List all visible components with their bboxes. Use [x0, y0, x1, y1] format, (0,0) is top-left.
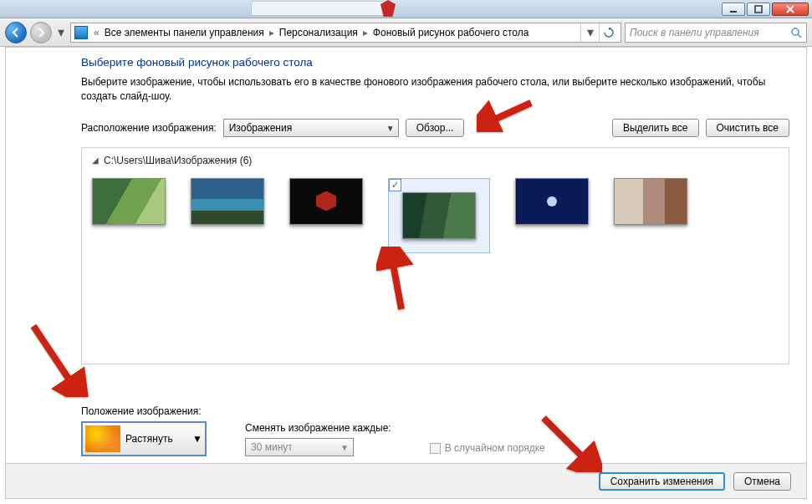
location-value: Изображения — [229, 122, 292, 134]
image-list-panel: ◢ C:\Users\Шива\Изображения (6) ✓ — [81, 147, 789, 364]
dialog-footer: Сохранить изменения Отмена — [6, 463, 806, 498]
address-dropdown-icon[interactable]: ▾ — [580, 23, 599, 42]
search-icon — [790, 27, 802, 38]
titlebar-preview — [251, 1, 385, 16]
thumb-checkbox-checked[interactable]: ✓ — [389, 179, 401, 191]
close-button[interactable] — [772, 3, 809, 16]
select-all-button[interactable]: Выделить все — [612, 119, 699, 137]
chevron-down-icon: ▼ — [192, 433, 202, 445]
location-combo[interactable]: Изображения ▼ — [223, 119, 399, 137]
wallpaper-thumb-4-selected[interactable]: ✓ — [402, 192, 476, 239]
history-dropdown-icon[interactable]: ▾ — [55, 22, 67, 43]
search-input[interactable]: Поиск в панели управления — [625, 23, 807, 43]
interval-value: 30 минут — [251, 441, 293, 453]
position-label: Положение изображения: — [81, 405, 207, 417]
back-button[interactable] — [5, 22, 27, 43]
shuffle-checkbox — [430, 443, 441, 454]
breadcrumb-root[interactable]: Все элементы панели управления — [102, 27, 267, 38]
cancel-button[interactable]: Отмена — [733, 472, 791, 491]
wallpaper-thumb-6[interactable] — [614, 178, 687, 225]
svg-rect-0 — [730, 11, 737, 13]
maximize-button[interactable] — [747, 3, 770, 16]
browse-button[interactable]: Обзор... — [406, 119, 465, 137]
wallpaper-thumb-1[interactable] — [92, 178, 166, 225]
shuffle-row: В случайном порядке — [430, 442, 545, 454]
wallpaper-thumb-3[interactable] — [289, 178, 363, 225]
svg-point-2 — [792, 28, 799, 35]
breadcrumb-wallpaper[interactable]: Фоновый рисунок рабочего стола — [370, 27, 532, 38]
wallpaper-thumb-2[interactable] — [191, 178, 264, 225]
interval-column: Сменять изображение каждые: 30 минут ▼ — [245, 422, 391, 456]
navigation-bar: ▾ « Все элементы панели управления ▸ Пер… — [0, 18, 812, 47]
content-panel: Выберите фоновый рисунок рабочего стола … — [5, 47, 807, 499]
chevron-down-icon: ▼ — [386, 123, 395, 132]
position-preview-icon — [85, 425, 120, 452]
folder-path: C:\Users\Шива\Изображения (6) — [104, 155, 252, 166]
refresh-button[interactable] — [599, 23, 617, 42]
selected-thumb-wrap: ✓ — [388, 178, 490, 253]
interval-label: Сменять изображение каждые: — [245, 422, 391, 434]
minimize-button[interactable] — [722, 3, 745, 16]
control-panel-icon — [74, 26, 88, 39]
position-combo[interactable]: Растянуть ▼ — [81, 421, 207, 456]
collapse-icon: ◢ — [92, 155, 99, 165]
address-bar[interactable]: « Все элементы панели управления ▸ Персо… — [70, 23, 621, 43]
crumb-sep: « — [91, 27, 102, 38]
wallpaper-thumb-5[interactable] — [515, 178, 589, 225]
folder-header[interactable]: ◢ C:\Users\Шива\Изображения (6) — [92, 155, 779, 166]
position-value: Растянуть — [125, 433, 173, 445]
svg-rect-1 — [755, 6, 762, 13]
position-column: Положение изображения: Растянуть ▼ — [81, 405, 207, 456]
crumb-sep: ▸ — [360, 27, 370, 38]
page-subtext: Выберите изображение, чтобы использовать… — [81, 75, 767, 104]
page-title: Выберите фоновый рисунок рабочего стола — [81, 56, 789, 69]
interval-combo: 30 минут ▼ — [245, 438, 354, 456]
shuffle-label: В случайном порядке — [445, 442, 545, 454]
thumbnail-row: ✓ — [92, 178, 779, 253]
breadcrumb-personalization[interactable]: Персонализация — [277, 27, 360, 38]
save-button[interactable]: Сохранить изменения — [599, 472, 725, 491]
location-label: Расположение изображения: — [81, 122, 217, 134]
crumb-sep: ▸ — [267, 27, 277, 38]
window-titlebar — [0, 0, 812, 18]
chevron-down-icon: ▼ — [340, 443, 349, 452]
location-row: Расположение изображения: Изображения ▼ … — [81, 119, 789, 137]
search-placeholder: Поиск в панели управления — [630, 27, 790, 38]
clear-all-button[interactable]: Очистить все — [706, 119, 789, 137]
bottom-options: Положение изображения: Растянуть ▼ Сменя… — [81, 405, 545, 456]
forward-button[interactable] — [30, 22, 52, 43]
